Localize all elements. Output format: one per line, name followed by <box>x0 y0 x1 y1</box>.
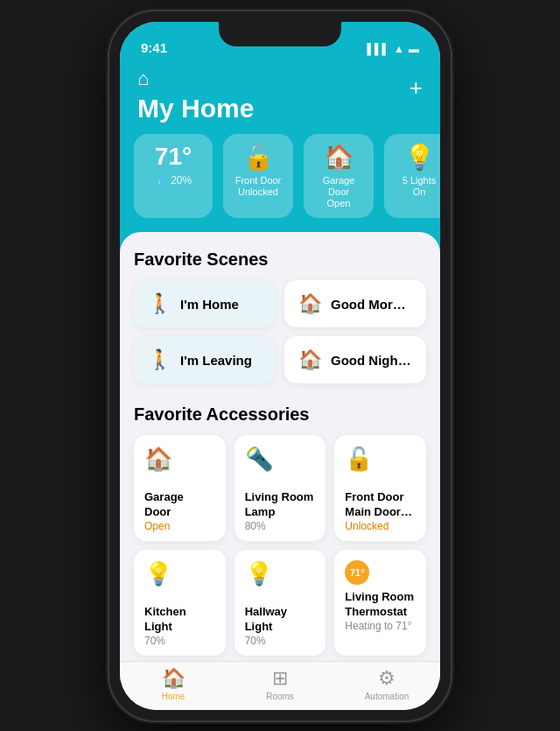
hallway-light-name: HallwayLight <box>245 605 316 635</box>
hallway-light-status: 70% <box>245 635 316 647</box>
garage-door-acc-icon: 🏠 <box>144 446 215 473</box>
notch <box>219 22 341 46</box>
thermostat-name: Living RoomThermostat <box>345 590 416 620</box>
tab-rooms[interactable]: ⊞ Rooms <box>249 667 311 701</box>
front-door-label: Front DoorUnlocked <box>235 175 282 198</box>
im-leaving-label: I'm Leaving <box>180 353 252 368</box>
im-home-icon: 🚶 <box>148 292 172 315</box>
accessory-kitchen-light[interactable]: 💡 KitchenLight 70% <box>134 550 226 656</box>
phone-frame: 9:41 ▌▌▌ ▲ ▬ ⌂ My Home + 71° 💧 20% <box>109 11 451 720</box>
weather-tile[interactable]: 71° 💧 20% <box>134 134 213 219</box>
add-button[interactable]: + <box>410 74 423 102</box>
garage-door-label: Garage DoorOpen <box>314 175 363 210</box>
scene-good-morning[interactable]: 🏠 Good Mor… <box>284 280 426 327</box>
quick-access-row: 71° 💧 20% 🔓 Front DoorUnlocked 🏠 Garage … <box>120 134 440 233</box>
app-header: ⌂ My Home + <box>120 60 440 134</box>
main-content: ⌂ My Home + 71° 💧 20% 🔓 Front DoorUnlock… <box>120 60 440 661</box>
kitchen-light-icon: 💡 <box>144 560 215 587</box>
accessory-hallway-light[interactable]: 💡 HallwayLight 70% <box>234 550 326 656</box>
scene-im-home[interactable]: 🚶 I'm Home <box>134 280 276 327</box>
humidity-display: 💧 20% <box>155 174 192 186</box>
tab-home-icon: 🏠 <box>162 667 186 690</box>
scenes-grid: 🚶 I'm Home 🏠 Good Mor… 🚶 I'm Leaving 🏠 G… <box>134 280 426 383</box>
hallway-light-icon: 💡 <box>245 560 316 587</box>
tab-automation-label: Automation <box>365 692 410 701</box>
lights-icon: 💡 <box>404 143 435 172</box>
kitchen-light-name: KitchenLight <box>144 605 215 635</box>
signal-icon: ▌▌▌ <box>368 43 390 55</box>
lights-label: 5 LightsOn <box>402 175 437 198</box>
front-door-tile[interactable]: 🔓 Front DoorUnlocked <box>223 134 293 219</box>
tab-home-label: Home <box>162 692 186 701</box>
home-nav-icon: ⌂ <box>137 67 254 90</box>
front-door-acc-status: Unlocked <box>345 520 416 532</box>
im-home-label: I'm Home <box>180 297 239 312</box>
front-door-acc-icon: 🔓 <box>345 446 416 473</box>
accessory-thermostat[interactable]: 71° Living RoomThermostat Heating to 71° <box>334 550 426 656</box>
temp-badge: 71° <box>345 560 369 585</box>
accessory-living-lamp[interactable]: 🔦 Living RoomLamp 80% <box>234 435 326 541</box>
im-leaving-icon: 🚶 <box>148 348 172 371</box>
status-icons: ▌▌▌ ▲ ▬ <box>368 43 419 55</box>
tab-automation[interactable]: ⚙ Automation <box>356 667 417 701</box>
garage-door-acc-name: GarageDoor <box>144 490 215 520</box>
front-door-icon: 🔓 <box>243 143 274 172</box>
header-left: ⌂ My Home <box>137 67 254 123</box>
scene-im-leaving[interactable]: 🚶 I'm Leaving <box>134 336 276 383</box>
living-lamp-status: 80% <box>245 520 316 532</box>
accessories-grid: 🏠 GarageDoor Open 🔦 Living RoomLamp 80% … <box>134 435 426 660</box>
tab-rooms-icon: ⊞ <box>272 667 288 690</box>
garage-door-acc-status: Open <box>144 520 215 532</box>
living-lamp-name: Living RoomLamp <box>245 490 316 520</box>
living-lamp-icon: 🔦 <box>245 446 316 473</box>
kitchen-light-status: 70% <box>144 635 215 647</box>
page-title: My Home <box>137 94 254 123</box>
garage-door-icon: 🏠 <box>324 143 354 172</box>
good-night-icon: 🏠 <box>298 348 322 371</box>
good-morning-icon: 🏠 <box>298 292 322 315</box>
tab-bar: 🏠 Home ⊞ Rooms ⚙ Automation <box>120 661 440 710</box>
battery-icon: ▬ <box>409 43 419 55</box>
tab-automation-icon: ⚙ <box>378 667 396 690</box>
garage-door-tile[interactable]: 🏠 Garage DoorOpen <box>304 134 374 219</box>
lights-tile[interactable]: 💡 5 LightsOn <box>384 134 440 219</box>
accessories-section-title: Favorite Accessories <box>134 404 426 425</box>
tab-rooms-label: Rooms <box>266 692 294 701</box>
good-night-label: Good Nigh… <box>331 353 411 368</box>
front-door-acc-name: Front DoorMain Door… <box>345 490 416 520</box>
tab-home[interactable]: 🏠 Home <box>143 667 204 701</box>
status-time: 9:41 <box>141 40 167 55</box>
accessory-garage-door[interactable]: 🏠 GarageDoor Open <box>134 435 226 541</box>
temperature-display: 71° <box>155 143 192 171</box>
scenes-section-title: Favorite Scenes <box>134 250 426 270</box>
good-morning-label: Good Mor… <box>331 297 406 312</box>
scene-good-night[interactable]: 🏠 Good Nigh… <box>284 336 426 383</box>
accessory-front-door[interactable]: 🔓 Front DoorMain Door… Unlocked <box>334 435 426 541</box>
card-area: Favorite Scenes 🚶 I'm Home 🏠 Good Mor… 🚶… <box>120 232 440 660</box>
wifi-icon: ▲ <box>394 43 404 55</box>
thermostat-status: Heating to 71° <box>345 620 416 632</box>
phone-screen: 9:41 ▌▌▌ ▲ ▬ ⌂ My Home + 71° 💧 20% <box>120 22 440 710</box>
